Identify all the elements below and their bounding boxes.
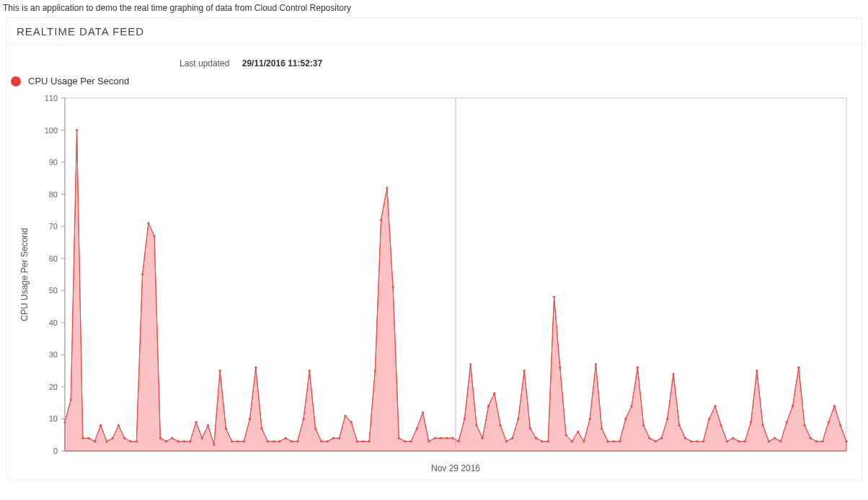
svg-point-89 [428,440,430,442]
svg-point-29 [70,398,72,401]
svg-point-99 [487,405,490,407]
svg-text:0: 0 [53,447,58,455]
svg-point-119 [606,440,608,442]
svg-point-39 [129,440,131,442]
legend-dot-icon [11,76,21,86]
svg-point-94 [458,440,460,442]
svg-point-85 [404,440,406,442]
svg-point-41 [141,273,143,275]
svg-point-55 [225,427,227,429]
svg-point-93 [451,437,453,439]
svg-point-147 [774,437,776,439]
svg-text:80: 80 [49,190,58,199]
svg-point-121 [619,440,621,442]
svg-point-156 [828,421,830,423]
last-updated-label: Last updated [180,58,229,68]
svg-point-59 [249,418,251,420]
svg-point-84 [398,437,400,439]
svg-point-76 [350,421,353,423]
svg-point-77 [356,440,358,442]
svg-point-54 [219,370,221,372]
svg-point-50 [195,421,197,423]
svg-point-141 [738,440,740,442]
svg-point-74 [338,437,340,439]
svg-point-48 [183,440,185,442]
cpu-usage-chart: 0102030405060708090100110CPU Usage Per S… [14,91,854,480]
svg-point-45 [165,440,167,442]
svg-point-113 [571,440,573,442]
svg-point-137 [714,405,716,407]
svg-text:30: 30 [49,350,58,359]
svg-point-118 [601,427,603,429]
svg-point-130 [672,372,674,375]
svg-point-101 [499,424,501,427]
svg-point-36 [112,437,114,439]
svg-point-140 [732,437,734,439]
svg-point-60 [254,367,257,369]
legend-label: CPU Usage Per Second [28,76,129,86]
svg-point-62 [267,440,269,442]
svg-point-38 [123,437,125,439]
svg-point-51 [201,437,203,439]
svg-point-149 [786,421,788,423]
svg-point-73 [332,437,335,439]
svg-point-67 [296,440,298,442]
svg-point-152 [803,424,805,427]
svg-point-43 [154,235,156,237]
svg-point-122 [624,418,626,420]
svg-point-107 [535,437,537,439]
svg-point-132 [684,437,686,439]
svg-text:CPU Usage Per Second: CPU Usage Per Second [19,228,30,321]
svg-point-32 [87,437,89,439]
svg-point-64 [278,440,280,442]
svg-point-157 [833,405,836,407]
svg-point-138 [720,424,722,427]
svg-point-58 [243,440,245,442]
svg-point-98 [482,437,484,439]
svg-point-65 [285,437,287,439]
svg-point-86 [409,440,412,442]
svg-point-44 [159,437,161,439]
svg-point-88 [422,411,424,414]
svg-text:90: 90 [49,158,58,166]
svg-point-120 [613,440,615,442]
svg-point-47 [177,440,180,442]
svg-point-105 [523,370,526,372]
svg-point-139 [726,440,728,442]
svg-point-37 [118,424,120,427]
svg-point-79 [368,440,370,442]
svg-point-126 [648,437,650,439]
svg-point-106 [529,427,531,429]
svg-point-56 [231,440,233,442]
svg-point-158 [839,424,841,427]
svg-point-144 [756,370,758,372]
svg-point-96 [469,363,471,365]
svg-point-68 [302,418,304,420]
svg-point-108 [541,440,543,442]
svg-point-61 [260,427,262,429]
last-updated-value: 29/11/2016 11:52:37 [242,58,322,68]
svg-point-71 [320,440,322,442]
svg-point-30 [76,129,78,131]
svg-point-135 [702,440,704,442]
svg-point-75 [344,414,346,416]
svg-point-114 [577,431,579,433]
svg-point-116 [589,418,591,420]
svg-point-52 [207,424,209,427]
svg-point-151 [797,367,800,369]
svg-point-125 [642,424,645,427]
svg-point-40 [136,440,138,442]
svg-point-112 [564,434,567,436]
svg-point-83 [392,286,394,288]
svg-point-154 [815,440,818,442]
svg-point-129 [666,418,668,420]
svg-text:20: 20 [49,383,58,391]
svg-point-90 [433,437,435,439]
svg-point-109 [547,440,549,442]
svg-point-159 [845,440,847,442]
svg-point-97 [475,424,477,427]
svg-point-153 [810,437,812,439]
svg-text:70: 70 [49,222,58,231]
svg-point-70 [314,427,316,429]
svg-point-82 [386,187,388,189]
